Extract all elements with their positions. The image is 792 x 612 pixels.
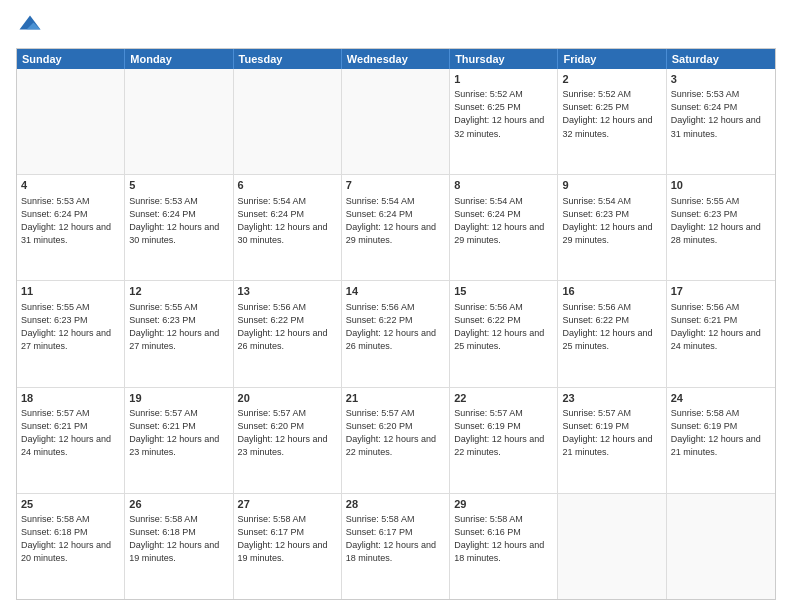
day-number: 16 (562, 284, 661, 299)
day-header-tuesday: Tuesday (234, 49, 342, 69)
day-number: 6 (238, 178, 337, 193)
cell-info: Sunrise: 5:56 AMSunset: 6:22 PMDaylight:… (562, 301, 661, 353)
calendar-cell (125, 69, 233, 174)
calendar-cell (342, 69, 450, 174)
calendar-cell: 17Sunrise: 5:56 AMSunset: 6:21 PMDayligh… (667, 281, 775, 386)
cell-info: Sunrise: 5:54 AMSunset: 6:23 PMDaylight:… (562, 195, 661, 247)
day-header-saturday: Saturday (667, 49, 775, 69)
calendar-cell: 25Sunrise: 5:58 AMSunset: 6:18 PMDayligh… (17, 494, 125, 599)
day-number: 17 (671, 284, 771, 299)
calendar-cell: 9Sunrise: 5:54 AMSunset: 6:23 PMDaylight… (558, 175, 666, 280)
calendar-cell (558, 494, 666, 599)
day-number: 15 (454, 284, 553, 299)
day-number: 27 (238, 497, 337, 512)
calendar-cell: 22Sunrise: 5:57 AMSunset: 6:19 PMDayligh… (450, 388, 558, 493)
day-header-wednesday: Wednesday (342, 49, 450, 69)
calendar-cell: 4Sunrise: 5:53 AMSunset: 6:24 PMDaylight… (17, 175, 125, 280)
day-number: 19 (129, 391, 228, 406)
day-number: 12 (129, 284, 228, 299)
cell-info: Sunrise: 5:56 AMSunset: 6:22 PMDaylight:… (238, 301, 337, 353)
calendar-cell: 20Sunrise: 5:57 AMSunset: 6:20 PMDayligh… (234, 388, 342, 493)
calendar-cell: 11Sunrise: 5:55 AMSunset: 6:23 PMDayligh… (17, 281, 125, 386)
day-header-friday: Friday (558, 49, 666, 69)
header (16, 12, 776, 40)
day-number: 28 (346, 497, 445, 512)
calendar-cell: 3Sunrise: 5:53 AMSunset: 6:24 PMDaylight… (667, 69, 775, 174)
calendar-cell: 10Sunrise: 5:55 AMSunset: 6:23 PMDayligh… (667, 175, 775, 280)
calendar-cell: 6Sunrise: 5:54 AMSunset: 6:24 PMDaylight… (234, 175, 342, 280)
cell-info: Sunrise: 5:58 AMSunset: 6:18 PMDaylight:… (21, 513, 120, 565)
cell-info: Sunrise: 5:54 AMSunset: 6:24 PMDaylight:… (346, 195, 445, 247)
day-number: 8 (454, 178, 553, 193)
page: SundayMondayTuesdayWednesdayThursdayFrid… (0, 0, 792, 612)
day-number: 23 (562, 391, 661, 406)
day-number: 3 (671, 72, 771, 87)
calendar-cell: 8Sunrise: 5:54 AMSunset: 6:24 PMDaylight… (450, 175, 558, 280)
day-header-sunday: Sunday (17, 49, 125, 69)
calendar-cell: 29Sunrise: 5:58 AMSunset: 6:16 PMDayligh… (450, 494, 558, 599)
day-number: 9 (562, 178, 661, 193)
day-header-monday: Monday (125, 49, 233, 69)
day-number: 24 (671, 391, 771, 406)
calendar-body: 1Sunrise: 5:52 AMSunset: 6:25 PMDaylight… (17, 69, 775, 599)
cell-info: Sunrise: 5:56 AMSunset: 6:22 PMDaylight:… (454, 301, 553, 353)
cell-info: Sunrise: 5:57 AMSunset: 6:21 PMDaylight:… (21, 407, 120, 459)
cell-info: Sunrise: 5:52 AMSunset: 6:25 PMDaylight:… (562, 88, 661, 140)
cell-info: Sunrise: 5:52 AMSunset: 6:25 PMDaylight:… (454, 88, 553, 140)
cell-info: Sunrise: 5:53 AMSunset: 6:24 PMDaylight:… (671, 88, 771, 140)
day-number: 4 (21, 178, 120, 193)
cell-info: Sunrise: 5:53 AMSunset: 6:24 PMDaylight:… (129, 195, 228, 247)
cell-info: Sunrise: 5:58 AMSunset: 6:17 PMDaylight:… (238, 513, 337, 565)
calendar-cell (234, 69, 342, 174)
calendar-cell: 15Sunrise: 5:56 AMSunset: 6:22 PMDayligh… (450, 281, 558, 386)
day-number: 14 (346, 284, 445, 299)
day-number: 5 (129, 178, 228, 193)
logo (16, 12, 48, 40)
calendar-cell: 24Sunrise: 5:58 AMSunset: 6:19 PMDayligh… (667, 388, 775, 493)
cell-info: Sunrise: 5:57 AMSunset: 6:20 PMDaylight:… (238, 407, 337, 459)
cell-info: Sunrise: 5:56 AMSunset: 6:22 PMDaylight:… (346, 301, 445, 353)
day-number: 2 (562, 72, 661, 87)
calendar-cell: 14Sunrise: 5:56 AMSunset: 6:22 PMDayligh… (342, 281, 450, 386)
calendar-row-2: 4Sunrise: 5:53 AMSunset: 6:24 PMDaylight… (17, 175, 775, 281)
cell-info: Sunrise: 5:55 AMSunset: 6:23 PMDaylight:… (21, 301, 120, 353)
calendar-cell (17, 69, 125, 174)
calendar-cell: 16Sunrise: 5:56 AMSunset: 6:22 PMDayligh… (558, 281, 666, 386)
cell-info: Sunrise: 5:55 AMSunset: 6:23 PMDaylight:… (129, 301, 228, 353)
cell-info: Sunrise: 5:57 AMSunset: 6:19 PMDaylight:… (562, 407, 661, 459)
cell-info: Sunrise: 5:56 AMSunset: 6:21 PMDaylight:… (671, 301, 771, 353)
cell-info: Sunrise: 5:54 AMSunset: 6:24 PMDaylight:… (238, 195, 337, 247)
cell-info: Sunrise: 5:58 AMSunset: 6:17 PMDaylight:… (346, 513, 445, 565)
day-number: 25 (21, 497, 120, 512)
day-number: 13 (238, 284, 337, 299)
calendar-cell: 18Sunrise: 5:57 AMSunset: 6:21 PMDayligh… (17, 388, 125, 493)
calendar-cell: 7Sunrise: 5:54 AMSunset: 6:24 PMDaylight… (342, 175, 450, 280)
calendar-cell: 13Sunrise: 5:56 AMSunset: 6:22 PMDayligh… (234, 281, 342, 386)
cell-info: Sunrise: 5:58 AMSunset: 6:19 PMDaylight:… (671, 407, 771, 459)
calendar-cell (667, 494, 775, 599)
calendar-row-4: 18Sunrise: 5:57 AMSunset: 6:21 PMDayligh… (17, 388, 775, 494)
cell-info: Sunrise: 5:53 AMSunset: 6:24 PMDaylight:… (21, 195, 120, 247)
calendar-cell: 19Sunrise: 5:57 AMSunset: 6:21 PMDayligh… (125, 388, 233, 493)
calendar-cell: 21Sunrise: 5:57 AMSunset: 6:20 PMDayligh… (342, 388, 450, 493)
calendar-cell: 28Sunrise: 5:58 AMSunset: 6:17 PMDayligh… (342, 494, 450, 599)
day-number: 20 (238, 391, 337, 406)
calendar-cell: 12Sunrise: 5:55 AMSunset: 6:23 PMDayligh… (125, 281, 233, 386)
calendar: SundayMondayTuesdayWednesdayThursdayFrid… (16, 48, 776, 600)
logo-icon (16, 12, 44, 40)
calendar-cell: 27Sunrise: 5:58 AMSunset: 6:17 PMDayligh… (234, 494, 342, 599)
calendar-header: SundayMondayTuesdayWednesdayThursdayFrid… (17, 49, 775, 69)
day-number: 29 (454, 497, 553, 512)
day-number: 21 (346, 391, 445, 406)
calendar-cell: 26Sunrise: 5:58 AMSunset: 6:18 PMDayligh… (125, 494, 233, 599)
cell-info: Sunrise: 5:58 AMSunset: 6:16 PMDaylight:… (454, 513, 553, 565)
cell-info: Sunrise: 5:55 AMSunset: 6:23 PMDaylight:… (671, 195, 771, 247)
cell-info: Sunrise: 5:57 AMSunset: 6:19 PMDaylight:… (454, 407, 553, 459)
day-number: 11 (21, 284, 120, 299)
day-number: 18 (21, 391, 120, 406)
cell-info: Sunrise: 5:57 AMSunset: 6:21 PMDaylight:… (129, 407, 228, 459)
calendar-row-3: 11Sunrise: 5:55 AMSunset: 6:23 PMDayligh… (17, 281, 775, 387)
day-number: 10 (671, 178, 771, 193)
cell-info: Sunrise: 5:57 AMSunset: 6:20 PMDaylight:… (346, 407, 445, 459)
day-number: 22 (454, 391, 553, 406)
